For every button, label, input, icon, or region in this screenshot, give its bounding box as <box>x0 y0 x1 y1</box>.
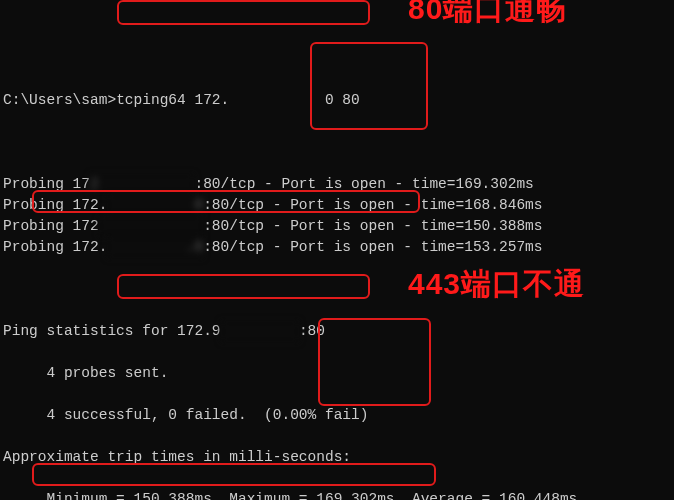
port-status: Port is open <box>290 197 394 213</box>
blank <box>3 279 674 300</box>
blank <box>3 132 674 153</box>
probe-line: Probing 172. .0:80/tcp - Port is open - … <box>3 237 674 258</box>
redacted <box>221 321 299 342</box>
port-status: Port is open <box>281 176 385 192</box>
redacted: 0 <box>107 195 203 216</box>
port-status: Port is open <box>290 218 394 234</box>
highlight-box <box>117 0 370 25</box>
terminal-output: C:\Users\sam>tcping64 172. 0 80 <box>3 90 674 111</box>
port-status: Port is open <box>290 239 394 255</box>
stats-header-1: Ping statistics for 172.9 :80 <box>3 321 674 342</box>
annotation-80: 80端口通畅 <box>408 0 567 19</box>
approx-header: Approximate trip times in milli-seconds: <box>3 447 674 468</box>
redacted: 2 <box>90 174 194 195</box>
approx-detail: Minimum = 150.388ms, Maximum = 169.302ms… <box>3 489 674 500</box>
probe-line: Probing 172 :80/tcp - Port is open - tim… <box>3 174 674 195</box>
command-1: tcping64 172. 0 80 <box>116 92 360 108</box>
redacted <box>99 216 203 237</box>
probe-line: Probing 172 :80/tcp - Port is open - tim… <box>3 216 674 237</box>
stats-result-1: 4 successful, 0 failed. (0.00% fail) <box>3 405 674 426</box>
redacted: .0 <box>107 237 203 258</box>
stats-sent-1: 4 probes sent. <box>3 363 674 384</box>
prompt: C:\Users\sam> <box>3 92 116 108</box>
probe-line: Probing 172. 0:80/tcp - Port is open - t… <box>3 195 674 216</box>
highlight-box <box>310 42 428 130</box>
